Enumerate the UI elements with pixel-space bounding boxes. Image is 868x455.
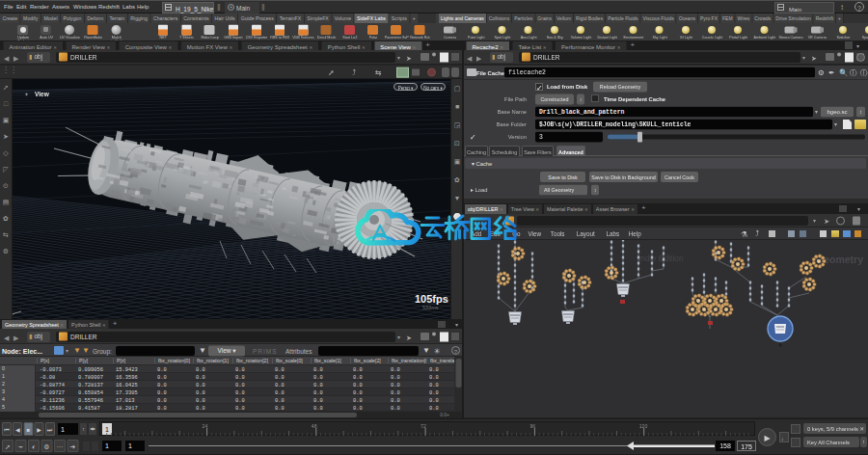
svg-text:48: 48 — [312, 423, 317, 429]
svg-text:96: 96 — [529, 423, 535, 429]
svg-text:72: 72 — [420, 423, 426, 429]
svg-text:120: 120 — [639, 423, 648, 429]
svg-text:24: 24 — [203, 423, 208, 429]
